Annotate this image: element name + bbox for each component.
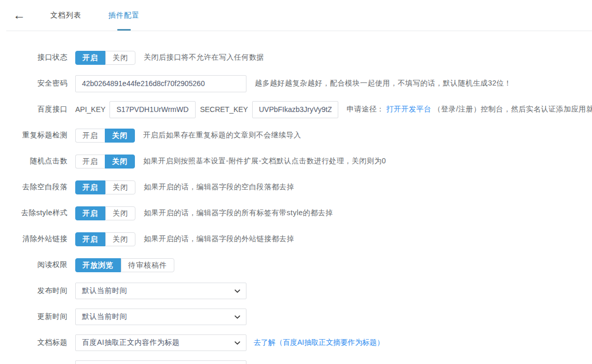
remove-blank-paragraphs-off-button[interactable]: 关闭 (105, 180, 135, 194)
read-permission-toggle: 开放浏览 待审核稿件 (75, 258, 174, 272)
remove-external-links-on-button[interactable]: 开启 (75, 232, 105, 246)
duplicate-title-hint: 开启后如果存在重复标题的文章则不会继续导入 (143, 131, 301, 140)
publish-time-select-value: 默认当前时间 (82, 286, 127, 296)
random-clicks-hint: 如果开启则按照基本设置-附件扩展-文档默认点击数进行处理，关闭则为0 (143, 157, 386, 166)
baidu-api-label: 百度接口 (0, 105, 67, 114)
update-time-select-value: 默认当前时间 (82, 312, 127, 321)
random-clicks-on-button[interactable]: 开启 (75, 155, 105, 169)
form-row-doc-title: 文档标题 百度AI抽取正文内容作为标题 去了解（百度AI抽取正文摘要作为标题） (0, 334, 592, 352)
form-row-partial-next (0, 360, 592, 364)
security-password-input[interactable] (75, 75, 246, 92)
api-key-label: API_KEY (75, 105, 105, 114)
read-permission-open-button[interactable]: 开放浏览 (75, 258, 121, 272)
doc-title-select-value: 百度AI抽取正文内容作为标题 (82, 338, 180, 347)
remove-style-hint: 如果开启的话，编辑器字段的所有标签有带style的都去掉 (144, 208, 333, 218)
baidu-api-hint: 申请途径：打开开发平台（登录/注册）控制台，然后实名认证添加应用就看到了 (347, 105, 592, 114)
open-dev-platform-link[interactable]: 打开开发平台 (386, 105, 431, 113)
publish-time-select[interactable]: 默认当前时间 (75, 283, 246, 299)
duplicate-title-off-button[interactable]: 关闭 (105, 129, 135, 143)
remove-style-label: 去除style样式 (0, 208, 67, 218)
remove-external-links-label: 清除外站链接 (0, 234, 67, 244)
publish-time-label: 发布时间 (0, 286, 67, 296)
remove-blank-paragraphs-toggle: 开启 关闭 (75, 180, 135, 194)
random-clicks-toggle: 开启 关闭 (75, 155, 135, 169)
active-tab-underline (117, 29, 131, 31)
duplicate-title-toggle: 开启 关闭 (75, 129, 135, 143)
interface-status-off-button[interactable]: 关闭 (105, 51, 135, 65)
form-row-interface-status: 接口状态 开启 关闭 关闭后接口将不允许在写入任何数据 (0, 49, 592, 66)
doc-title-learn-more-link[interactable]: 去了解（百度AI抽取正文摘要作为标题） (254, 338, 384, 347)
form-row-publish-time: 发布时间 默认当前时间 (0, 282, 592, 300)
form-row-read-permission: 阅读权限 开放浏览 待审核稿件 (0, 256, 592, 274)
form-row-security-password: 安全密码 越多越好越复杂越好，配合模块一起使用，不填写的话，默认随机生成32位！ (0, 75, 592, 92)
remove-blank-paragraphs-on-button[interactable]: 开启 (75, 180, 105, 194)
header-tab-bar: ← 文档列表 插件配置 (6, 0, 592, 31)
chevron-down-icon (234, 288, 241, 295)
read-permission-pending-button[interactable]: 待审核稿件 (121, 258, 174, 272)
form-row-duplicate-title: 重复标题检测 开启 关闭 开启后如果存在重复标题的文章则不会继续导入 (0, 127, 592, 144)
doc-title-label: 文档标题 (0, 338, 67, 347)
remove-style-on-button[interactable]: 开启 (75, 206, 105, 220)
update-time-label: 更新时间 (0, 312, 67, 321)
form-row-remove-style: 去除style样式 开启 关闭 如果开启的话，编辑器字段的所有标签有带style… (0, 204, 592, 222)
secret-key-label: SECRET_KEY (200, 105, 248, 114)
form-row-remove-external-links: 清除外站链接 开启 关闭 如果开启的话，编辑器字段的外站链接都去掉 (0, 230, 592, 248)
remove-external-links-off-button[interactable]: 关闭 (105, 232, 135, 246)
form-row-remove-blank-paragraphs: 去除空白段落 开启 关闭 如果开启的话，编辑器字段的空白段落都去掉 (0, 178, 592, 196)
form-row-update-time: 更新时间 默认当前时间 (0, 308, 592, 326)
update-time-select[interactable]: 默认当前时间 (75, 309, 246, 325)
remove-blank-paragraphs-label: 去除空白段落 (0, 183, 67, 192)
baidu-api-hint-suffix: （登录/注册）控制台，然后实名认证添加应用就看到了 (433, 105, 592, 113)
interface-status-hint: 关闭后接口将不允许在写入任何数据 (144, 53, 264, 62)
chevron-down-icon (234, 340, 241, 346)
tab-plugin-config[interactable]: 插件配置 (108, 0, 140, 31)
remove-external-links-toggle: 开启 关闭 (75, 232, 135, 246)
random-clicks-off-button[interactable]: 关闭 (105, 155, 135, 169)
interface-status-toggle: 开启 关闭 (75, 51, 135, 65)
chevron-down-icon (234, 314, 241, 320)
baidu-api-hint-prefix: 申请途径： (347, 105, 384, 113)
form-row-baidu-api: 百度接口 API_KEY SECRET_KEY 申请途径：打开开发平台（登录/注… (0, 101, 592, 118)
partial-next-input[interactable] (75, 360, 246, 364)
back-arrow-icon[interactable]: ← (13, 9, 25, 21)
interface-status-label: 接口状态 (0, 53, 67, 62)
remove-style-off-button[interactable]: 关闭 (105, 206, 135, 220)
random-clicks-label: 随机点击数 (0, 157, 67, 166)
secret-key-input[interactable] (252, 101, 338, 118)
remove-external-links-hint: 如果开启的话，编辑器字段的外站链接都去掉 (144, 234, 294, 244)
duplicate-title-label: 重复标题检测 (0, 131, 67, 140)
plugin-config-form: 接口状态 开启 关闭 关闭后接口将不允许在写入任何数据 安全密码 越多越好越复杂… (0, 31, 592, 364)
tab-plugin-config-label: 插件配置 (108, 11, 140, 20)
tab-doc-list-label: 文档列表 (50, 11, 81, 20)
tab-doc-list[interactable]: 文档列表 (50, 0, 81, 31)
duplicate-title-on-button[interactable]: 开启 (75, 129, 105, 143)
security-password-label: 安全密码 (0, 79, 67, 88)
interface-status-on-button[interactable]: 开启 (75, 51, 105, 65)
api-key-input[interactable] (109, 101, 196, 118)
remove-style-toggle: 开启 关闭 (75, 206, 135, 220)
form-row-random-clicks: 随机点击数 开启 关闭 如果开启则按照基本设置-附件扩展-文档默认点击数进行处理… (0, 152, 592, 170)
doc-title-select[interactable]: 百度AI抽取正文内容作为标题 (75, 334, 246, 351)
security-password-hint: 越多越好越复杂越好，配合模块一起使用，不填写的话，默认随机生成32位！ (255, 79, 512, 88)
read-permission-label: 阅读权限 (0, 260, 67, 270)
remove-blank-paragraphs-hint: 如果开启的话，编辑器字段的空白段落都去掉 (144, 183, 294, 192)
